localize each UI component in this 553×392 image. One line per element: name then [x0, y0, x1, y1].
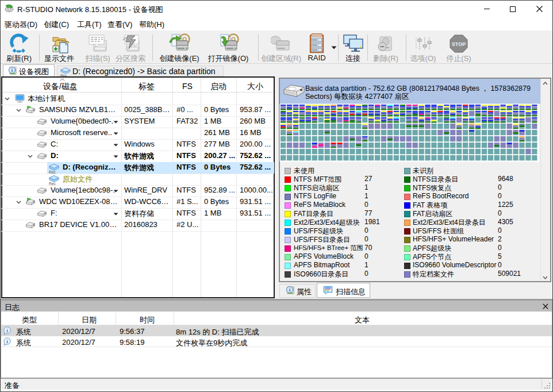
- svg-text:STOP: STOP: [452, 41, 466, 47]
